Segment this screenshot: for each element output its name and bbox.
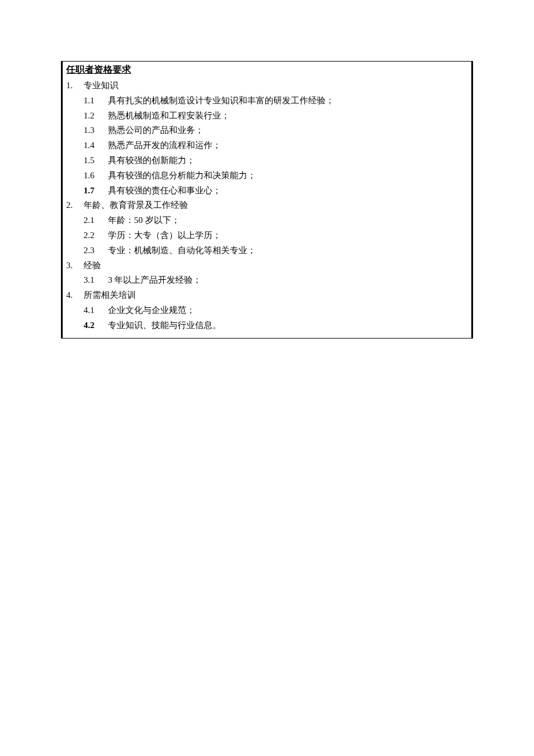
item-text: 具有较强的责任心和事业心； bbox=[108, 186, 221, 195]
section-number: 3. bbox=[66, 258, 84, 273]
item-text: 具有较强的信息分析能力和决策能力； bbox=[108, 171, 256, 180]
item-number: 4.2 bbox=[84, 318, 108, 333]
item-text: 3 年以上产品开发经验； bbox=[108, 275, 201, 285]
section-label: 年龄、教育背景及工作经验 bbox=[84, 200, 188, 210]
item-number: 2.3 bbox=[84, 243, 108, 258]
item-text: 熟悉公司的产品和业务； bbox=[108, 125, 204, 135]
section-number: 2. bbox=[66, 198, 84, 213]
section-number: 1. bbox=[66, 78, 84, 93]
item-text: 专业：机械制造、自动化等相关专业； bbox=[108, 246, 256, 255]
requirements-content: 1.专业知识1.1具有扎实的机械制造设计专业知识和丰富的研发工作经验；1.2熟悉… bbox=[66, 78, 468, 333]
list-item: 2.1年龄：50 岁以下； bbox=[66, 213, 468, 228]
item-text: 企业文化与企业规范； bbox=[108, 305, 195, 315]
item-number: 1.2 bbox=[84, 109, 108, 124]
item-number: 1.7 bbox=[84, 183, 108, 199]
section-label: 经验 bbox=[84, 261, 101, 270]
list-item: 1.2熟悉机械制造和工程安装行业； bbox=[66, 109, 468, 124]
item-number: 1.3 bbox=[84, 123, 108, 138]
list-item: 2.2学历：大专（含）以上学历； bbox=[66, 228, 468, 243]
list-item: 1.专业知识 bbox=[66, 78, 468, 93]
list-item: 1.4熟悉产品开发的流程和运作； bbox=[66, 138, 468, 153]
list-item: 2.年龄、教育背景及工作经验 bbox=[66, 198, 468, 213]
section-label: 所需相关培训 bbox=[84, 290, 136, 300]
item-number: 2.2 bbox=[84, 228, 108, 243]
requirements-box: 任职者资格要求 1.专业知识1.1具有扎实的机械制造设计专业知识和丰富的研发工作… bbox=[61, 61, 473, 339]
list-item: 1.5具有较强的创新能力； bbox=[66, 153, 468, 168]
list-item: 1.6具有较强的信息分析能力和决策能力； bbox=[66, 168, 468, 183]
item-text: 专业知识、技能与行业信息。 bbox=[108, 321, 221, 330]
item-text: 熟悉产品开发的流程和运作； bbox=[108, 141, 221, 150]
list-item: 3.13 年以上产品开发经验； bbox=[66, 273, 468, 288]
item-number: 1.1 bbox=[84, 93, 108, 109]
list-item: 3.经验 bbox=[66, 258, 468, 273]
item-number: 4.1 bbox=[84, 303, 108, 318]
list-item: 1.7具有较强的责任心和事业心； bbox=[66, 183, 468, 199]
section-title: 任职者资格要求 bbox=[66, 64, 468, 76]
item-text: 年龄：50 岁以下； bbox=[108, 215, 180, 225]
list-item: 2.3专业：机械制造、自动化等相关专业； bbox=[66, 243, 468, 258]
item-number: 1.6 bbox=[84, 168, 108, 183]
list-item: 4.所需相关培训 bbox=[66, 288, 468, 303]
item-number: 2.1 bbox=[84, 213, 108, 228]
list-item: 1.3熟悉公司的产品和业务； bbox=[66, 123, 468, 138]
item-text: 具有较强的创新能力； bbox=[108, 156, 195, 165]
list-item: 4.2专业知识、技能与行业信息。 bbox=[66, 318, 468, 333]
item-text: 具有扎实的机械制造设计专业知识和丰富的研发工作经验； bbox=[108, 96, 334, 105]
item-number: 1.5 bbox=[84, 153, 108, 168]
section-number: 4. bbox=[66, 288, 84, 303]
item-number: 3.1 bbox=[84, 273, 108, 288]
list-item: 1.1具有扎实的机械制造设计专业知识和丰富的研发工作经验； bbox=[66, 93, 468, 109]
list-item: 4.1企业文化与企业规范； bbox=[66, 303, 468, 318]
section-label: 专业知识 bbox=[84, 81, 118, 90]
item-text: 熟悉机械制造和工程安装行业； bbox=[108, 111, 230, 120]
item-number: 1.4 bbox=[84, 138, 108, 153]
item-text: 学历：大专（含）以上学历； bbox=[108, 231, 221, 240]
